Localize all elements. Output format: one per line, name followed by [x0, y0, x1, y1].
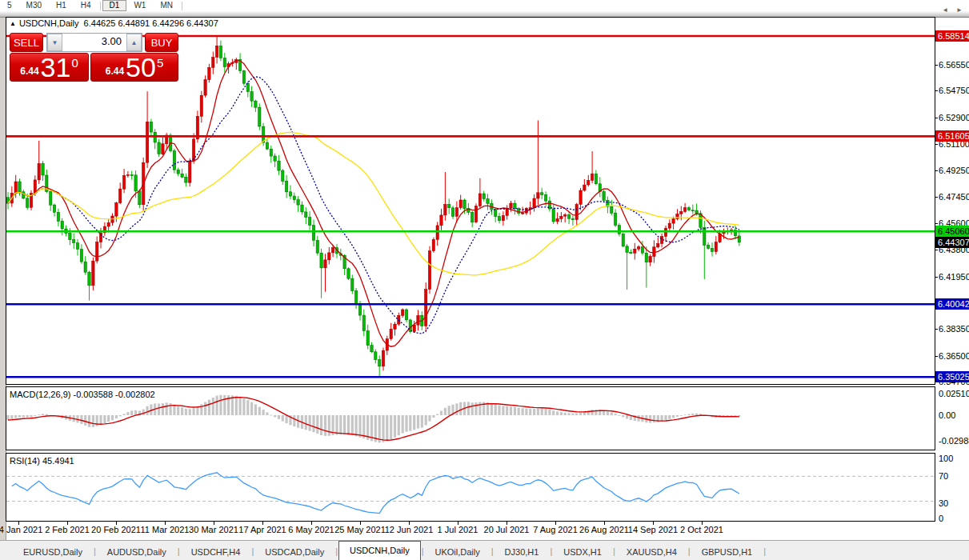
buy-button[interactable]: BUY — [145, 33, 178, 52]
price-tick-label: 6.49250 — [939, 166, 969, 175]
price-level-tag: 6.45060 — [935, 226, 969, 237]
price-tick-label: 6.36500 — [939, 351, 969, 361]
buy-price-prefix: 6.44 — [106, 66, 124, 77]
toolbar-separator — [100, 2, 101, 10]
sell-price-display[interactable]: 6.44310 — [10, 53, 89, 82]
macd-values: -0.003588 -0.002802 — [73, 390, 154, 399]
timeframe-button-h4[interactable]: H4 — [74, 0, 98, 11]
date-label: 25 May 2021 — [334, 525, 386, 534]
timeframe-button-5[interactable]: 5 — [0, 0, 19, 11]
price-tick-label: 6.38350 — [939, 324, 969, 334]
chart-tab-usdcnh[interactable]: USDCNH,Daily — [338, 541, 421, 560]
date-label: 30 Mar 2021 — [189, 525, 238, 534]
date-label: 14 Jan 2021 — [0, 525, 42, 534]
buy-price-display[interactable]: 6.44505 — [90, 53, 178, 82]
price-tick-label: 6.54750 — [939, 86, 969, 95]
buy-price-main: 50 — [126, 55, 156, 79]
chart-tab-audusd[interactable]: AUDUSD,Daily — [97, 543, 177, 560]
price-tick-label: 6.52900 — [939, 113, 969, 122]
chart-tab-usdcad[interactable]: USDCAD,Daily — [254, 543, 334, 560]
chart-tab-usdx[interactable]: USDX,H1 — [553, 543, 612, 560]
tab-separator: | — [251, 546, 254, 556]
ohlc-values: 6.44625 6.44891 6.44296 6.44307 — [84, 18, 218, 28]
price-level-tag: 6.40042 — [935, 298, 969, 310]
date-label: 2 Feb 2021 — [45, 525, 90, 534]
date-label: 20 Jul 2021 — [484, 525, 530, 534]
macd-axis-label: 0.025108 — [939, 389, 969, 398]
price-tick-label: 6.56550 — [939, 60, 969, 70]
price-tick-label: 6.41950 — [939, 272, 969, 282]
price-level-tag: 6.58514 — [935, 30, 969, 42]
timeframe-button-w1[interactable]: W1 — [126, 0, 153, 11]
buy-price-sup: 5 — [157, 56, 163, 70]
chart-tab-ukoil[interactable]: UKOil,Daily — [425, 543, 491, 560]
rsi-axis-label: 0 — [939, 514, 943, 523]
volume-input[interactable]: 3.00 — [62, 34, 126, 51]
chart-tab-eurusd[interactable]: EURUSD,Daily — [13, 543, 93, 560]
rsi-label: RSI(14) 45.4941 — [10, 456, 74, 466]
date-label: 17 Apr 2021 — [238, 525, 286, 534]
tab-separator: | — [94, 546, 96, 556]
tab-separator: | — [422, 546, 424, 556]
chart-tab-xauusd[interactable]: XAUUSD,H4 — [616, 543, 687, 560]
sell-button[interactable]: SELL — [10, 33, 43, 52]
tab-scroll-right-icon[interactable]: ► — [956, 6, 963, 14]
rsi-value: 45.4941 — [42, 456, 74, 466]
price-level-tag: 6.35025 — [935, 371, 969, 382]
current-price-tag: 6.44307 — [935, 237, 969, 248]
chart-tab-gbpusd[interactable]: GBPUSD,H1 — [691, 543, 763, 560]
rsi-axis-label: 30 — [939, 498, 948, 508]
tab-scroll-arrows: ◄ ► — [942, 0, 963, 20]
chart-tab-bar: EURUSD,Daily|AUDUSD,Daily|USDCHF,H4|USDC… — [0, 540, 969, 560]
sell-price-sup: 0 — [71, 56, 78, 70]
volume-decrease-button[interactable]: ▼ — [47, 34, 62, 51]
volume-stepper: ▼ 3.00 ▲ — [46, 33, 142, 52]
date-label: 26 Aug 2021 — [579, 525, 629, 534]
tab-separator: | — [763, 546, 766, 556]
date-label: 6 May 2021 — [288, 525, 334, 534]
tab-separator: | — [688, 546, 691, 556]
tab-separator: | — [491, 546, 494, 556]
timeframe-button-m30[interactable]: M30 — [19, 0, 49, 11]
date-label: 12 Jun 2021 — [385, 525, 434, 534]
date-label: 1 Jul 2021 — [438, 525, 478, 534]
chart-tab-dj30[interactable]: DJ30,H1 — [495, 543, 550, 560]
date-label: 11 Mar 2021 — [141, 525, 190, 534]
one-click-trading-panel: SELL ▼ 3.00 ▲ BUY 6.44310 6.44505 — [10, 33, 178, 82]
rsi-axis-label: 70 — [939, 471, 948, 481]
symbol-name: USDCNH,Daily — [19, 18, 79, 28]
macd-label: MACD(12,26,9) -0.003588 -0.002802 — [10, 390, 155, 399]
rsi-indicator-canvas[interactable] — [6, 453, 935, 522]
rsi-axis-label: 100 — [939, 454, 953, 463]
sell-price-main: 31 — [41, 55, 71, 79]
volume-increase-button[interactable]: ▲ — [126, 34, 142, 51]
toolbar-separator — [182, 2, 182, 10]
macd-axis-label: -0.029881 — [939, 436, 969, 446]
date-label: 14 Sep 2021 — [628, 525, 678, 534]
sell-price-prefix: 6.44 — [20, 66, 38, 77]
date-label: 7 Aug 2021 — [533, 525, 578, 534]
date-label: 20 Feb 2021 — [91, 525, 141, 534]
chart-tab-usdchf[interactable]: USDCHF,H4 — [181, 543, 251, 560]
tab-scroll-left-icon[interactable]: ◄ — [942, 6, 948, 14]
price-level-tag: 6.51605 — [935, 130, 969, 142]
chart-symbol-label: ▲USDCNH,Daily 6.44625 6.44891 6.44296 6.… — [10, 18, 218, 28]
timeframe-button-mn[interactable]: MN — [153, 0, 180, 11]
tab-separator: | — [550, 546, 552, 556]
timeframe-toolbar: 5M30H1H4D1W1MN — [0, 0, 969, 11]
tab-separator: | — [178, 546, 180, 556]
price-tick-label: 6.47450 — [939, 192, 969, 202]
collapse-triangle-icon[interactable]: ▲ — [10, 20, 16, 27]
tab-separator: | — [613, 546, 615, 556]
tab-separator: | — [335, 546, 338, 556]
timeframe-button-h1[interactable]: H1 — [49, 0, 74, 11]
timeframe-button-d1[interactable]: D1 — [102, 0, 127, 11]
macd-axis-label: 0.00 — [939, 410, 955, 420]
date-label: 2 Oct 2021 — [680, 525, 723, 534]
